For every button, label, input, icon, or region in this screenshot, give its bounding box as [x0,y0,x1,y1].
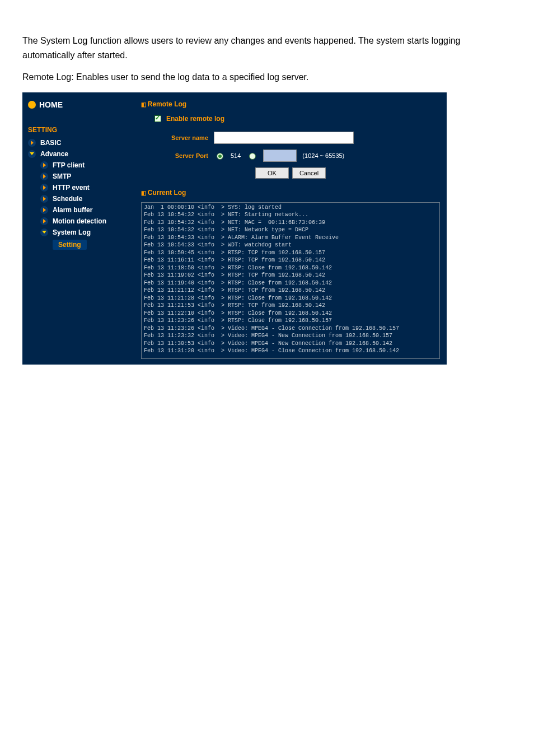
port-range-note: (1024 ~ 65535) [302,152,344,159]
remote-log-heading: Remote Log [141,100,440,108]
chevron-right-icon [40,195,48,203]
sidebar-item-label: FTP client [53,161,85,169]
sidebar-item-label: Setting [53,240,87,250]
sidebar-item-schedule[interactable]: Schedule [40,193,129,204]
sidebar-item-label: System Log [53,228,91,236]
sidebar-item-label: BASIC [40,139,61,147]
port-custom-radio[interactable] [249,153,256,160]
sidebar-item-alarm-buffer[interactable]: Alarm buffer [40,204,129,216]
sidebar-item-label: SMTP [53,172,71,180]
sidebar: HOME SETTING BASICAdvanceFTP clientSMTPH… [22,92,134,365]
port-514-radio[interactable] [217,153,223,160]
sidebar-section-title: SETTING [28,126,129,134]
sidebar-item-ftp-client[interactable]: FTP client [40,160,129,171]
chevron-down-icon [40,228,48,236]
chevron-right-icon [40,172,48,180]
ok-button[interactable]: OK [255,167,289,179]
sidebar-item-smtp[interactable]: SMTP [40,171,129,182]
current-log-heading: Current Log [141,189,440,197]
sidebar-item-advance[interactable]: Advance [28,148,129,160]
chevron-right-icon [40,184,48,192]
server-name-label: Server name [141,134,208,141]
chevron-right-icon [40,161,48,169]
intro-paragraph-2: Remote Log: Enables user to send the log… [22,70,512,85]
sidebar-item-motion-detection[interactable]: Motion detection [40,216,129,227]
enable-remote-log-label: Enable remote log [166,115,224,123]
server-name-input[interactable] [214,132,354,144]
sidebar-item-label: Schedule [53,195,82,203]
sidebar-item-http-event[interactable]: HTTP event [40,182,129,193]
chevron-right-icon [28,139,36,147]
log-output[interactable]: Jan 1 00:00:10 <info > SYS: log started … [141,202,440,359]
enable-remote-log-checkbox[interactable] [154,115,161,122]
chevron-down-icon [28,150,36,158]
chevron-right-icon [40,206,48,214]
sidebar-item-label: Advance [40,150,68,158]
port-514-label: 514 [231,152,241,159]
settings-panel: HOME SETTING BASICAdvanceFTP clientSMTPH… [22,92,447,365]
sidebar-item-label: Alarm buffer [53,206,92,214]
intro-paragraph-1: The System Log function allows users to … [22,34,512,62]
home-link[interactable]: HOME [28,100,129,109]
chevron-right-icon [40,217,48,225]
server-port-label: Server Port [141,152,208,159]
port-custom-input[interactable] [263,150,297,162]
main-content: Remote Log Enable remote log Server name… [134,92,447,365]
sidebar-item-label: Motion detection [53,217,106,225]
cancel-button[interactable]: Cancel [292,167,326,179]
sidebar-item-system-log[interactable]: System Log [40,227,129,238]
sidebar-item-basic[interactable]: BASIC [28,137,129,148]
home-label: HOME [39,100,63,109]
home-icon [28,101,36,109]
sidebar-item-setting[interactable]: Setting [53,238,129,251]
sidebar-item-label: HTTP event [53,184,90,192]
